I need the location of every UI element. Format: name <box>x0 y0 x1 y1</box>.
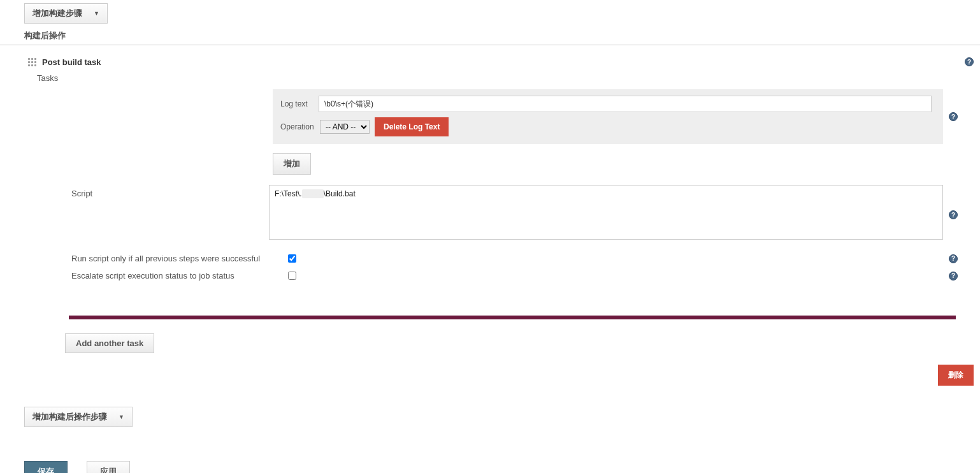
script-label: Script <box>71 185 269 240</box>
chevron-down-icon: ▼ <box>119 414 124 420</box>
help-icon[interactable]: ? <box>949 272 958 280</box>
post-build-task-title: Post build task <box>42 57 101 67</box>
operation-select[interactable]: -- AND -- <box>320 120 370 134</box>
log-text-panel: Log text Operation -- AND -- Delete Log … <box>273 89 943 144</box>
delete-log-text-button[interactable]: Delete Log Text <box>375 117 449 136</box>
help-icon[interactable]: ? <box>949 112 958 121</box>
add-build-step-dropdown[interactable]: 增加构建步骤 ▼ <box>24 3 108 24</box>
tasks-label: Tasks <box>0 72 980 89</box>
add-build-step-label: 增加构建步骤 <box>32 8 82 19</box>
add-another-task-button[interactable]: Add another task <box>65 333 154 353</box>
add-post-build-step-label: 增加构建后操作步骤 <box>32 411 107 423</box>
save-button[interactable]: 保存 <box>24 461 68 473</box>
help-icon[interactable]: ? <box>949 254 958 263</box>
escalate-checkbox[interactable] <box>288 272 296 280</box>
operation-label: Operation <box>280 122 319 131</box>
drag-handle-icon[interactable] <box>27 57 37 67</box>
script-textarea[interactable]: F:\Test\.xxxxx\Build.bat <box>269 185 943 240</box>
divider <box>69 316 956 319</box>
run-only-success-label: Run script only if all previous steps we… <box>71 254 285 263</box>
add-post-build-step-dropdown[interactable]: 增加构建后操作步骤 ▼ <box>24 407 133 427</box>
post-build-actions-header: 构建后操作 <box>0 27 980 45</box>
log-text-input[interactable] <box>319 96 932 112</box>
escalate-label: Escalate script execution status to job … <box>71 271 285 280</box>
apply-button[interactable]: 应用 <box>87 461 130 473</box>
run-only-success-checkbox[interactable] <box>288 254 296 263</box>
delete-button[interactable]: 删除 <box>938 365 974 386</box>
help-icon[interactable]: ? <box>949 210 958 219</box>
log-text-label: Log text <box>280 99 319 108</box>
help-icon[interactable]: ? <box>965 57 974 66</box>
chevron-down-icon: ▼ <box>94 10 99 17</box>
add-button[interactable]: 增加 <box>273 153 311 175</box>
